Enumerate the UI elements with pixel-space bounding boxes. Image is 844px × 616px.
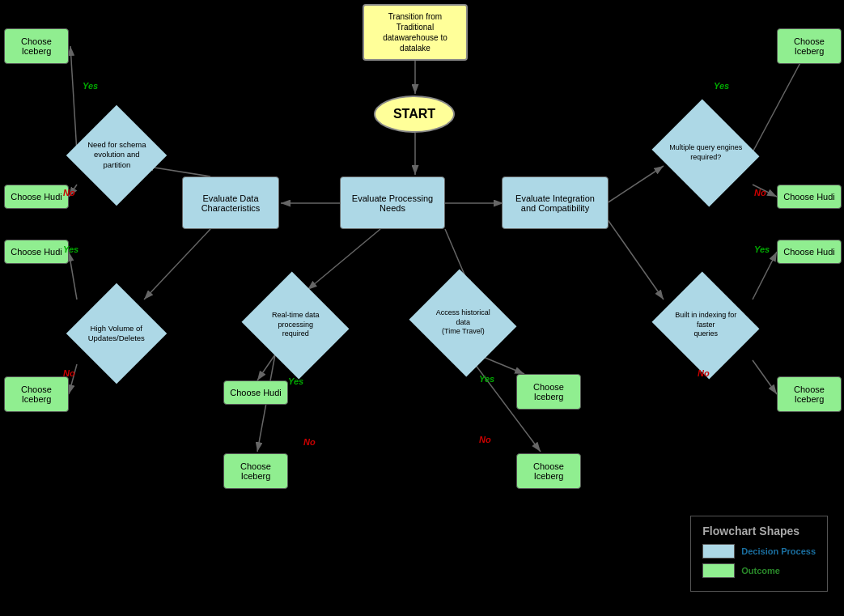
label-highvol-yes: Yes: [63, 244, 78, 254]
choose-iceberg-final1: ChooseIceberg: [223, 453, 288, 489]
svg-line-5: [307, 229, 380, 290]
choose-iceberg-top-left: ChooseIceberg: [4, 28, 69, 64]
label-realtime-yes: Yes: [288, 376, 303, 386]
svg-line-22: [753, 360, 777, 394]
legend-label-outcome: Outcome: [741, 566, 780, 576]
start-node: START: [374, 96, 455, 133]
high-volume-diamond: High Volume ofUpdates/Deletes: [66, 283, 167, 384]
access-hist-diamond: Access historicaldata(Time Travel): [409, 270, 517, 377]
label-schema-no: No: [63, 188, 75, 198]
label-highvol-no: No: [63, 368, 75, 378]
label-builtin-yes: Yes: [754, 244, 770, 254]
choose-iceberg-bottom-right: ChooseIceberg: [777, 376, 842, 412]
builtin-index-diamond: Built in indexing for fasterqueries: [652, 272, 760, 380]
label-access-no: No: [479, 435, 491, 444]
legend-swatch-green: [702, 563, 735, 578]
svg-line-8: [144, 229, 210, 300]
label-realtime-no: No: [303, 437, 316, 447]
choose-hudi-right1: Choose Hudi: [777, 185, 842, 209]
choose-iceberg-final2: ChooseIceberg: [516, 453, 581, 489]
svg-line-13: [257, 355, 275, 380]
multiple-query-diamond: Multiple query enginesrequired?: [652, 100, 760, 207]
realtime-diamond: Real-time data processingrequired: [242, 272, 350, 380]
legend-swatch-blue: [702, 544, 735, 559]
choose-hudi-left2: Choose Hudi: [4, 240, 69, 264]
legend-item-outcome: Outcome: [702, 563, 816, 578]
choose-iceberg-top-right: ChooseIceberg: [777, 28, 842, 64]
legend-title: Flowchart Shapes: [702, 525, 816, 537]
label-schema-yes: Yes: [83, 81, 98, 91]
label-builtin-no: No: [698, 368, 710, 378]
transition-box: Transition fromTraditionaldatawarehouse …: [363, 4, 468, 61]
choose-hudi-bottom: Choose Hudi: [223, 380, 288, 405]
label-access-yes: Yes: [479, 374, 494, 384]
legend-box: Flowchart Shapes Decision Process Outcom…: [690, 516, 828, 592]
svg-line-21: [753, 252, 777, 300]
choose-hudi-left1: Choose Hudi: [4, 185, 69, 209]
label-multiquery-yes: Yes: [714, 81, 729, 91]
flowchart-container: Transition fromTraditionaldatawarehouse …: [0, 0, 844, 616]
svg-line-18: [607, 219, 664, 300]
svg-line-11: [69, 252, 77, 300]
choose-iceberg-mid1: ChooseIceberg: [516, 374, 581, 410]
eval-integration-node: Evaluate Integrationand Compatibility: [502, 176, 609, 229]
legend-label-decision: Decision Process: [741, 546, 816, 556]
choose-hudi-right2: Choose Hudi: [777, 240, 842, 264]
choose-iceberg-bottom-left: ChooseIceberg: [4, 376, 69, 412]
legend-item-decision: Decision Process: [702, 544, 816, 559]
svg-line-9: [70, 46, 77, 152]
eval-processing-node: Evaluate ProcessingNeeds: [340, 176, 445, 229]
svg-line-17: [607, 166, 664, 203]
label-multiquery-no: No: [754, 188, 766, 198]
schema-diamond: Need for schemaevolution and partition: [66, 105, 167, 206]
eval-data-char-node: Evaluate DataCharacteristics: [182, 176, 279, 229]
